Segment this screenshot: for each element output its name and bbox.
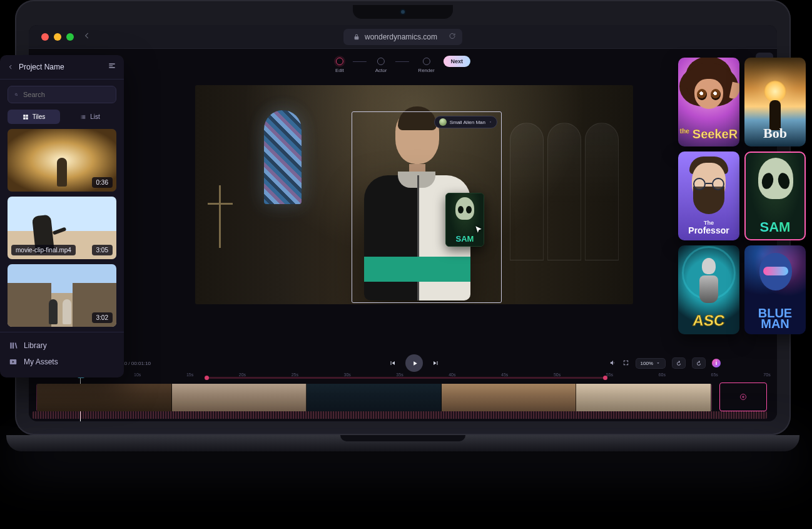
ruler-tick: 60s [659, 372, 666, 377]
address-bar-text: wonderdynamics.com [365, 33, 437, 41]
video-preview[interactable]: Small Alien Man SAM [195, 85, 633, 304]
redo-button[interactable] [692, 357, 706, 369]
play-button[interactable] [405, 354, 423, 372]
character-avatar-icon [439, 118, 447, 126]
tiles-icon [23, 114, 29, 120]
view-list-button[interactable]: List [64, 110, 116, 124]
laptop-lid: wonderdynamics.com Edit [15, 0, 791, 435]
laptop-notch [353, 5, 453, 19]
chevron-down-icon [489, 120, 492, 124]
character-card-professor[interactable]: TheProfessor [678, 152, 739, 240]
app-body: Edit Actor Render Next [29, 49, 777, 421]
audio-waveform[interactable] [33, 411, 767, 419]
timeline-ruler[interactable]: 0s5s10s15s20s25s30s35s40s45s50s55s60s65s… [33, 374, 767, 381]
browser-toolbar: wonderdynamics.com [29, 25, 777, 49]
arches [508, 123, 621, 260]
my-assets-nav[interactable]: My Assets [9, 354, 115, 370]
library-nav[interactable]: Library [9, 337, 115, 354]
ruler-tick: 40s [449, 372, 455, 377]
ruler-tick: 45s [501, 372, 508, 377]
character-gallery: the SeekeR Bob TheProfessor SAM ASC BLUE… [678, 58, 806, 334]
mute-button[interactable] [609, 357, 616, 369]
view-switch: Tiles List [8, 110, 116, 124]
search-input[interactable] [8, 86, 116, 103]
lock-icon [353, 34, 360, 40]
browser-back-button[interactable] [83, 31, 91, 43]
timeline-range[interactable] [206, 377, 606, 379]
play-box-icon [9, 357, 18, 366]
next-button[interactable]: Next [444, 56, 471, 67]
step-actor[interactable]: Actor [375, 58, 387, 73]
cursor-icon [474, 225, 483, 237]
add-clip-button[interactable] [719, 383, 767, 411]
character-card-asc[interactable]: ASC [678, 245, 739, 334]
list-icon [80, 114, 86, 120]
svg-point-1 [15, 93, 17, 95]
timeline-segment[interactable] [307, 384, 442, 411]
timeline-segment[interactable] [172, 384, 307, 411]
library-icon [9, 341, 18, 350]
timeline[interactable]: 0s5s10s15s20s25s30s35s40s45s50s55s60s65s… [29, 374, 771, 419]
clip-item[interactable]: 3:02 [8, 264, 116, 327]
window-traffic-lights[interactable] [41, 33, 74, 41]
cross [219, 185, 221, 248]
timeline-segment[interactable] [442, 384, 577, 411]
ruler-tick: 15s [186, 372, 193, 377]
character-card-sam[interactable]: SAM [744, 152, 806, 240]
character-card-seeker[interactable]: the SeekeR [678, 58, 739, 146]
undo-button[interactable] [672, 357, 686, 369]
next-frame-button[interactable] [432, 359, 440, 367]
ruler-tick: 50s [554, 372, 561, 377]
character-dropdown[interactable]: Small Alien Man [434, 116, 497, 128]
character-card-bob[interactable]: Bob [744, 58, 806, 146]
close-window-icon[interactable] [41, 33, 49, 41]
clip-item[interactable]: 0:36 [8, 129, 116, 192]
character-dropdown-label: Small Alien Man [450, 120, 485, 125]
laptop-base [6, 435, 799, 451]
search-field[interactable] [23, 91, 109, 98]
timeline-segment[interactable] [576, 384, 711, 411]
browser-window: wonderdynamics.com Edit [29, 25, 777, 421]
project-name: Project Name [19, 63, 103, 71]
ruler-tick: 10s [134, 372, 141, 377]
clip-item[interactable]: movie-clip-final.mp4 3:05 [8, 197, 116, 259]
prev-frame-button[interactable] [388, 359, 397, 367]
chevron-down-icon [656, 361, 661, 366]
ruler-tick: 30s [343, 372, 350, 377]
clip-list: 0:36 movie-clip-final.mp4 3:05 3:02 [0, 129, 124, 327]
ruler-tick: 70s [763, 372, 770, 377]
panel-menu-button[interactable] [108, 61, 116, 73]
laptop-frame: wonderdynamics.com Edit [15, 0, 791, 451]
stained-glass [264, 110, 302, 204]
ruler-tick: 35s [396, 372, 403, 377]
character-drop-chip[interactable]: SAM [445, 193, 484, 247]
address-bar[interactable]: wonderdynamics.com [343, 29, 462, 45]
workflow-stepper: Edit Actor Render Next [335, 58, 470, 73]
playback-bar: 00:00:10 / 00:01:10 [89, 354, 739, 372]
info-button[interactable]: i [712, 359, 721, 367]
clip-duration: 0:36 [92, 177, 113, 188]
timeline-clips[interactable] [36, 384, 712, 411]
view-tiles-button[interactable]: Tiles [8, 110, 60, 124]
maximize-window-icon[interactable] [66, 33, 74, 41]
timeline-segment[interactable] [37, 384, 172, 411]
fullscreen-button[interactable] [622, 357, 629, 369]
clip-duration: 3:05 [92, 245, 113, 255]
back-icon[interactable] [8, 61, 14, 73]
step-render[interactable]: Render [418, 58, 434, 73]
step-edit[interactable]: Edit [335, 58, 344, 73]
character-card-blueman[interactable]: BLUEMAN [744, 245, 806, 334]
search-icon [14, 91, 18, 98]
zoom-select[interactable]: 100% [636, 358, 666, 369]
clip-duration: 3:02 [92, 312, 113, 323]
reload-button[interactable] [449, 32, 456, 41]
panel-footer: Library My Assets [0, 332, 124, 377]
clip-name: movie-clip-final.mp4 [11, 245, 76, 255]
minimize-window-icon[interactable] [54, 33, 61, 41]
ruler-tick: 25s [292, 372, 298, 377]
ruler-tick: 65s [711, 372, 718, 377]
ruler-tick: 20s [239, 372, 246, 377]
project-panel: Project Name Tiles List 0:36 movie-clip-… [0, 55, 124, 377]
preview-viewport: Small Alien Man SAM [89, 85, 739, 352]
panel-header: Project Name [0, 55, 124, 80]
